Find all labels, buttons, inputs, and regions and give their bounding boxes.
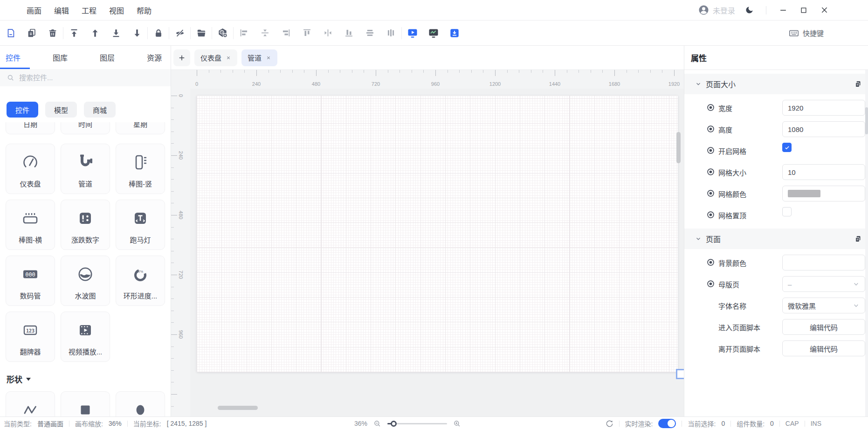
zoom-slider-handle[interactable] xyxy=(391,421,397,427)
height-input[interactable] xyxy=(782,121,865,137)
move-up-button[interactable] xyxy=(84,23,105,43)
add-page-button[interactable] xyxy=(173,49,190,66)
copy-button[interactable] xyxy=(21,23,42,43)
bind-icon[interactable] xyxy=(707,125,715,133)
master-page-select[interactable]: – xyxy=(782,276,865,292)
leave-script-edit-button[interactable]: 编辑代码 xyxy=(782,340,865,356)
widget-card-date[interactable]: 日期 xyxy=(6,122,55,134)
align-bottom-button[interactable] xyxy=(338,23,359,43)
bind-icon[interactable] xyxy=(707,104,715,111)
filter-store-button[interactable]: 商城 xyxy=(84,102,116,118)
font-name-select[interactable]: 微软雅黑 xyxy=(782,298,865,313)
widget-card-week[interactable]: 星期 xyxy=(116,122,165,134)
bind-icon[interactable] xyxy=(707,168,715,176)
widget-card-marquee[interactable]: 跑马灯 xyxy=(116,200,165,250)
close-tab-icon[interactable] xyxy=(226,55,231,61)
minimize-button[interactable] xyxy=(777,4,790,17)
menu-item-screen[interactable]: 画面 xyxy=(27,5,41,16)
widget-card-updown-number[interactable]: 涨跌数字 xyxy=(61,200,110,250)
zoom-out-button[interactable] xyxy=(373,420,381,428)
filter-widgets-button[interactable]: 控件 xyxy=(7,102,38,118)
tab-gallery[interactable]: 图库 xyxy=(53,46,68,69)
panel-scrollbar-track[interactable] xyxy=(865,70,868,416)
delete-button[interactable] xyxy=(42,23,63,43)
align-horizontal-center-button[interactable] xyxy=(317,23,338,43)
bind-icon[interactable] xyxy=(707,146,715,154)
shape-card-line[interactable] xyxy=(6,391,55,416)
zoom-in-button[interactable] xyxy=(453,420,461,428)
shape-card-square[interactable] xyxy=(61,391,110,416)
grid-color-picker[interactable] xyxy=(782,186,865,201)
bind-icon[interactable] xyxy=(707,189,715,197)
page-tab-gauge[interactable]: 仪表盘 xyxy=(194,49,237,66)
widget-card-bar-horizontal[interactable]: 棒图-横 xyxy=(6,200,55,250)
shape-card-circle[interactable] xyxy=(116,391,165,416)
widget-card-water-wave[interactable]: 水波图 xyxy=(61,256,110,306)
maximize-button[interactable] xyxy=(797,4,810,17)
open-folder-button[interactable] xyxy=(191,23,212,43)
widget-card-bar-vertical[interactable]: 棒图-竖 xyxy=(116,144,165,194)
widget-card-video-player[interactable]: 视频播放... xyxy=(61,312,110,362)
menu-item-view[interactable]: 视图 xyxy=(109,5,124,16)
vertical-scrollbar[interactable] xyxy=(676,132,681,163)
menu-item-project[interactable]: 工程 xyxy=(82,5,96,16)
section-page[interactable]: 页面 xyxy=(684,229,868,249)
search-input[interactable] xyxy=(19,74,136,82)
lock-button[interactable] xyxy=(148,23,169,43)
runtime-monitor-button[interactable] xyxy=(423,23,444,43)
publish-button[interactable] xyxy=(444,23,465,43)
copy-section-icon[interactable] xyxy=(854,80,862,88)
page-resize-handle[interactable] xyxy=(676,369,684,379)
bring-to-front-button[interactable] xyxy=(63,23,84,43)
shapes-section-header[interactable]: 形状 xyxy=(7,373,171,385)
send-to-back-button[interactable] xyxy=(105,23,126,43)
bind-icon[interactable] xyxy=(707,211,715,219)
grid-enable-checkbox[interactable] xyxy=(782,143,792,152)
horizontal-scrollbar[interactable] xyxy=(218,406,258,410)
bind-icon[interactable] xyxy=(707,280,715,288)
bg-color-input[interactable] xyxy=(782,255,865,270)
live-render-toggle[interactable] xyxy=(658,419,676,428)
move-down-button[interactable] xyxy=(126,23,147,43)
widget-card-pipe[interactable]: 管道 xyxy=(61,144,110,194)
tab-widgets[interactable]: 控件 xyxy=(6,46,21,69)
close-tab-icon[interactable] xyxy=(266,55,271,61)
page-tab-pipe[interactable]: 管道 xyxy=(241,49,277,66)
grid-on-top-checkbox[interactable] xyxy=(782,207,792,216)
canvas-viewport[interactable]: 0 240 480 720 960 xyxy=(171,89,684,416)
menu-item-edit[interactable]: 编辑 xyxy=(54,5,69,16)
distribute-vertical-button[interactable] xyxy=(359,23,380,43)
account-button[interactable]: 未登录 xyxy=(698,5,735,16)
widget-card-flip-card[interactable]: 123 翻牌器 xyxy=(6,312,55,362)
distribute-horizontal-button[interactable] xyxy=(380,23,401,43)
align-right-button[interactable] xyxy=(276,23,296,43)
align-vertical-center-button[interactable] xyxy=(255,23,276,43)
close-button[interactable] xyxy=(818,4,831,17)
design-page[interactable] xyxy=(197,96,678,372)
widget-card-gauge[interactable]: 仪表盘 xyxy=(6,144,55,194)
section-page-size[interactable]: 页面大小 xyxy=(684,74,868,94)
add-library-button[interactable] xyxy=(212,23,233,43)
copy-section-icon[interactable] xyxy=(854,235,862,243)
new-page-button[interactable] xyxy=(0,23,21,43)
enter-script-edit-button[interactable]: 编辑代码 xyxy=(782,319,865,335)
align-top-button[interactable] xyxy=(296,23,317,43)
panel-scrollbar-thumb[interactable] xyxy=(865,107,868,134)
width-input[interactable] xyxy=(782,100,865,116)
bind-icon[interactable] xyxy=(707,258,715,266)
filter-models-button[interactable]: 模型 xyxy=(45,102,77,118)
widget-card-time[interactable]: 时间 xyxy=(61,122,110,134)
align-left-button[interactable] xyxy=(234,23,255,43)
zoom-slider[interactable] xyxy=(387,423,447,424)
tab-layers[interactable]: 图层 xyxy=(100,46,115,69)
hide-button[interactable] xyxy=(169,23,190,43)
preview-button[interactable] xyxy=(402,23,423,43)
dark-mode-toggle[interactable] xyxy=(743,4,756,17)
widget-card-ring-progress[interactable]: 27% 环形进度... xyxy=(116,256,165,306)
widget-card-digital-tube[interactable]: 000 数码管 xyxy=(6,256,55,306)
refresh-button[interactable] xyxy=(606,420,613,428)
menu-item-help[interactable]: 帮助 xyxy=(137,5,152,16)
grid-size-input[interactable] xyxy=(782,164,865,180)
tab-resources[interactable]: 资源 xyxy=(147,46,162,69)
shortcuts-button[interactable]: 快捷键 xyxy=(789,28,868,38)
